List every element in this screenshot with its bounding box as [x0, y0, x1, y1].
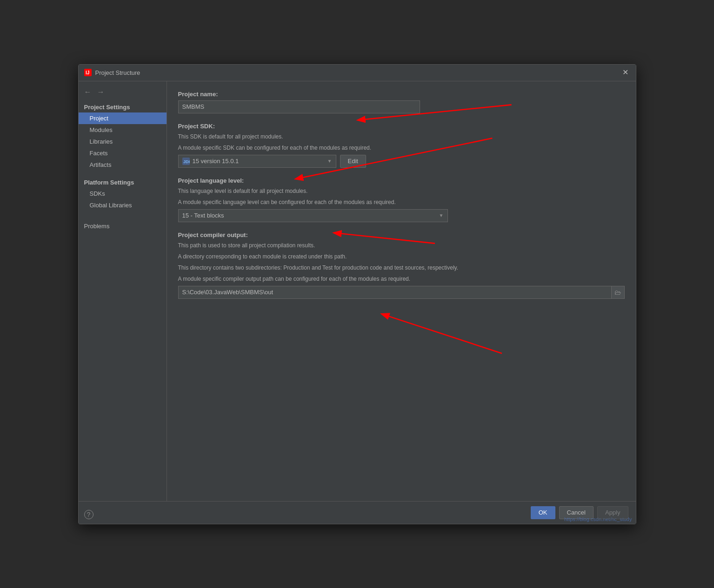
app-icon: IJ: [84, 69, 92, 76]
project-name-input[interactable]: [178, 100, 420, 113]
project-language-level-group: Project language level: This language le…: [178, 177, 625, 222]
back-button[interactable]: ←: [82, 87, 93, 97]
sdk-select-inner: JDK 15 version 15.0.1: [182, 158, 327, 165]
compiler-desc4: A module specific compiler output path c…: [178, 275, 625, 283]
footer: https://blog.csdn.net/hc_study OK Cancel…: [79, 501, 636, 524]
browse-button[interactable]: 🗁: [612, 286, 625, 299]
project-structure-dialog: IJ Project Structure ✕ ← → Project Setti…: [78, 64, 636, 524]
svg-text:IJ: IJ: [86, 70, 89, 75]
sidebar-item-artifacts[interactable]: Artifacts: [79, 159, 167, 171]
dialog-title: Project Structure: [95, 69, 621, 76]
project-settings-header: Project Settings: [79, 101, 167, 112]
content-area: ← → Project Settings Project Modules Lib…: [79, 81, 636, 501]
help-button[interactable]: ?: [84, 510, 93, 519]
svg-line-8: [382, 314, 501, 353]
project-language-level-label: Project language level:: [178, 177, 625, 184]
sidebar-item-libraries[interactable]: Libraries: [79, 136, 167, 147]
compiler-output-row: 🗁: [178, 286, 625, 299]
sidebar-item-project[interactable]: Project: [79, 112, 167, 124]
sidebar-item-facets[interactable]: Facets: [79, 147, 167, 159]
project-name-label: Project name:: [178, 91, 625, 98]
project-compiler-output-group: Project compiler output: This path is us…: [178, 231, 625, 299]
project-sdk-label: Project SDK:: [178, 123, 625, 130]
language-desc1: This language level is default for all p…: [178, 187, 625, 195]
project-compiler-output-label: Project compiler output:: [178, 231, 625, 238]
language-dropdown-arrow: ▼: [439, 213, 444, 218]
titlebar: IJ Project Structure ✕: [79, 65, 636, 81]
sidebar-spacer: [79, 171, 167, 176]
platform-settings-header: Platform Settings: [79, 176, 167, 188]
language-desc2: A module specific language level can be …: [178, 198, 625, 206]
sdk-dropdown-arrow: ▼: [327, 159, 332, 164]
forward-button[interactable]: →: [95, 87, 107, 97]
language-level-dropdown[interactable]: 15 - Text blocks ▼: [178, 209, 448, 222]
compiler-desc2: A directory corresponding to each module…: [178, 252, 625, 261]
sdk-value-text: 15 version 15.0.1: [193, 158, 239, 165]
apply-button[interactable]: Apply: [597, 506, 628, 519]
java-sdk-icon: JDK: [182, 158, 190, 165]
nav-arrows: ← →: [79, 85, 167, 101]
svg-text:JDK: JDK: [183, 159, 190, 164]
sidebar-spacer-2: [79, 211, 167, 217]
compiler-desc3: This directory contains two subdirectori…: [178, 264, 625, 272]
project-sdk-group: Project SDK: This SDK is default for all…: [178, 123, 625, 168]
sdk-desc1: This SDK is default for all project modu…: [178, 132, 625, 141]
sidebar-item-problems[interactable]: Problems: [79, 220, 167, 232]
language-level-value: 15 - Text blocks: [182, 212, 224, 219]
sdk-dropdown[interactable]: JDK 15 version 15.0.1 ▼: [178, 155, 336, 168]
folder-icon: 🗁: [614, 289, 621, 296]
close-button[interactable]: ✕: [621, 68, 630, 77]
sdk-desc2: A module specific SDK can be configured …: [178, 144, 625, 152]
compiler-desc1: This path is used to store all project c…: [178, 241, 625, 250]
ok-button[interactable]: OK: [531, 506, 555, 519]
edit-sdk-button[interactable]: Edit: [340, 155, 366, 168]
main-panel: Project name: Project SDK: This SDK is d…: [167, 81, 636, 501]
project-name-group: Project name:: [178, 91, 625, 113]
compiler-output-input[interactable]: [178, 286, 612, 299]
sidebar-item-modules[interactable]: Modules: [79, 124, 167, 136]
sidebar: ← → Project Settings Project Modules Lib…: [79, 81, 167, 501]
sidebar-item-sdks[interactable]: SDKs: [79, 188, 167, 199]
sdk-row: JDK 15 version 15.0.1 ▼ Edit: [178, 155, 625, 168]
sidebar-item-global-libraries[interactable]: Global Libraries: [79, 199, 167, 211]
